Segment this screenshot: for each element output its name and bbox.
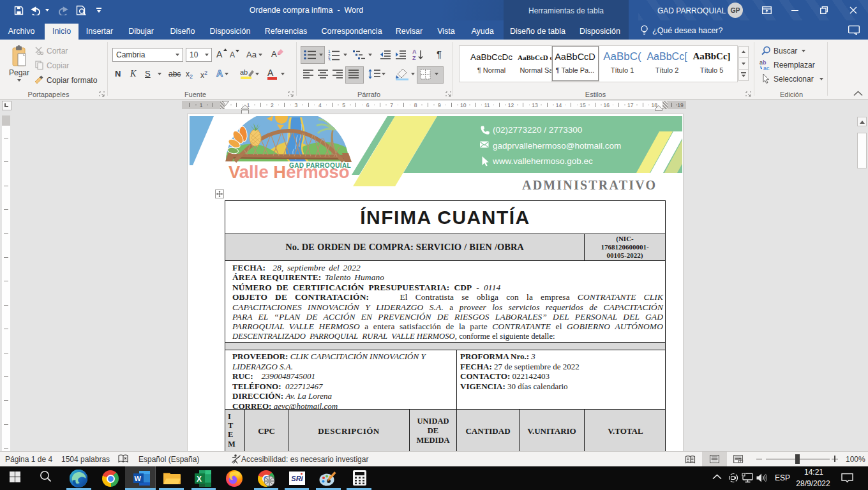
svg-text:X: X	[197, 475, 202, 484]
svg-text:A: A	[412, 48, 417, 55]
svg-text:gadprvallehermoso@hotmail.com: gadprvallehermoso@hotmail.com	[493, 141, 621, 151]
svg-text:W: W	[135, 475, 142, 482]
svg-text:ac: ac	[763, 65, 770, 71]
svg-text:GAD PARROQUIAL: GAD PARROQUIAL	[289, 162, 351, 169]
svg-text:(02)2773220 / 2773300: (02)2773220 / 2773300	[493, 125, 582, 135]
svg-text:ab: ab	[240, 68, 248, 76]
svg-text:Z: Z	[412, 55, 416, 61]
svg-text:A: A	[267, 68, 274, 78]
svg-text:3: 3	[328, 57, 331, 61]
svg-text:www.vallehermoso.gob.ec: www.vallehermoso.gob.ec	[492, 156, 593, 166]
